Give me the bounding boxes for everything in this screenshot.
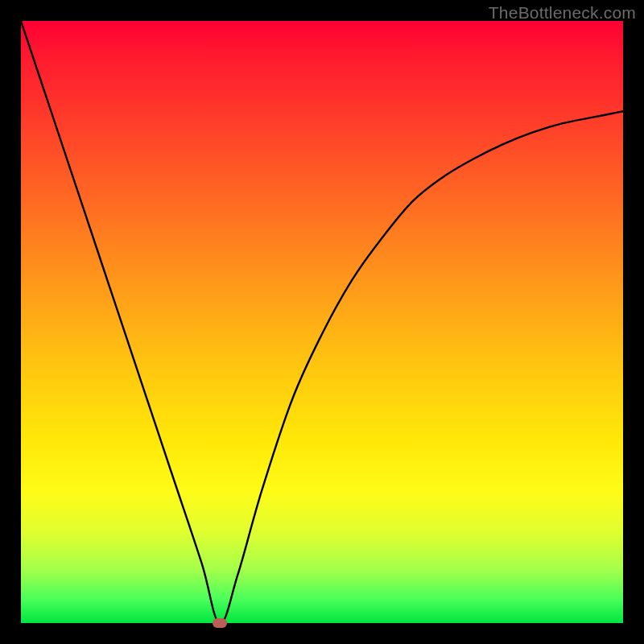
chart-frame: TheBottleneck.com xyxy=(0,0,644,644)
watermark-text: TheBottleneck.com xyxy=(489,3,636,23)
bottleneck-curve xyxy=(21,21,623,623)
minimum-marker xyxy=(213,618,227,628)
plot-area xyxy=(21,21,623,623)
